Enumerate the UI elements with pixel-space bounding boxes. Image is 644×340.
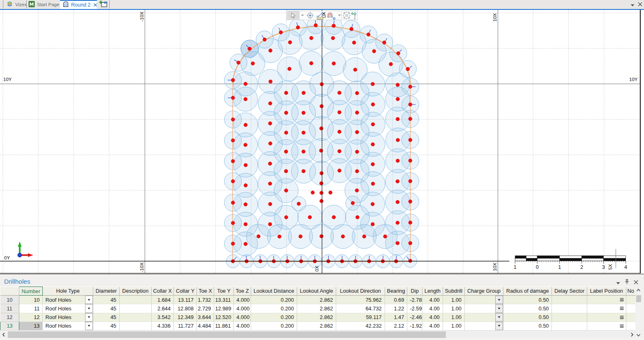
cell-lk_ang[interactable]: 2.862	[297, 321, 336, 330]
cell-descr[interactable]	[119, 304, 151, 313]
label-position-icon[interactable]	[620, 314, 624, 320]
column-header-diameter[interactable]: Diameter	[93, 287, 119, 296]
cell-label_pos[interactable]	[587, 313, 626, 321]
cell-charge[interactable]	[465, 321, 503, 330]
column-header-toe_y[interactable]: Toe Y	[214, 287, 234, 296]
cell-toe_x[interactable]: 4.484	[197, 321, 214, 330]
column-header-length[interactable]: Length	[422, 287, 443, 296]
add-point-button[interactable]	[351, 11, 358, 20]
cell-dip[interactable]: -1.92	[407, 321, 422, 330]
row-header[interactable]: 13	[0, 321, 19, 330]
magnet-snap-button[interactable]	[326, 11, 336, 20]
cell-subdrill[interactable]: 1.00	[443, 321, 464, 330]
cell-toe_y[interactable]: 13.311	[214, 296, 234, 304]
cell-dropdown-icon[interactable]	[495, 322, 503, 330]
select-tool-dropdown[interactable]	[300, 11, 305, 20]
cell-lk_dist[interactable]: 0.200	[251, 304, 297, 313]
cell-collar_y[interactable]: 13.117	[174, 296, 197, 304]
cell-hole_type[interactable]: Roof Holes	[43, 313, 93, 321]
cell-dropdown-icon[interactable]	[85, 296, 93, 304]
cell-dropdown-icon[interactable]	[495, 296, 503, 304]
cell-toe_z[interactable]: 4.000	[234, 304, 251, 313]
cell-dropdown-icon[interactable]	[495, 304, 503, 312]
cell-lk_dist[interactable]: 0.200	[251, 321, 297, 330]
cell-lk_ang[interactable]: 2.862	[297, 313, 336, 321]
cell-collar_x[interactable]: 2.644	[151, 304, 174, 313]
cell-number[interactable]: 10	[19, 296, 43, 304]
cell-charge[interactable]	[465, 304, 503, 313]
column-header-rowhdr[interactable]	[0, 287, 19, 296]
scroll-left-icon[interactable]	[0, 331, 7, 338]
cell-dropdown-icon[interactable]	[85, 322, 93, 330]
column-header-hole_type[interactable]: Hole Type	[43, 287, 93, 296]
cell-charge[interactable]	[465, 296, 503, 304]
cell-lk_dist[interactable]: 0.200	[251, 296, 297, 304]
column-header-lk_ang[interactable]: Lookout Angle	[297, 287, 336, 296]
cell-toe_y[interactable]: 11.861	[214, 321, 234, 330]
cell-subdrill[interactable]: 1.00	[443, 296, 464, 304]
cell-dip[interactable]: -2.59	[407, 304, 422, 313]
cell-label_pos[interactable]	[587, 296, 626, 304]
column-header-collar_y[interactable]: Collar Y	[174, 287, 197, 296]
cell-toe_y[interactable]: 12.520	[214, 313, 234, 321]
snap-origin-button[interactable]	[306, 11, 315, 20]
cell-number[interactable]: 13	[19, 321, 43, 330]
column-header-toe_z[interactable]: Toe Z	[234, 287, 251, 296]
drillholes-table[interactable]: NumberHole TypeDiameterDescriptionCollar…	[0, 287, 635, 330]
cell-descr[interactable]	[119, 321, 151, 330]
hscroll-thumb[interactable]	[8, 331, 446, 338]
column-header-charge[interactable]: Charge Group	[465, 287, 503, 296]
cell-hole_type[interactable]: Roof Holes	[43, 321, 93, 330]
cell-no[interactable]	[626, 313, 635, 321]
cell-radius[interactable]: 0.50	[503, 313, 552, 321]
cell-diameter[interactable]: 45	[93, 313, 119, 321]
column-header-descr[interactable]: Description	[119, 287, 151, 296]
cell-toe_z[interactable]: 4.000	[234, 321, 251, 330]
cell-toe_z[interactable]: 4.000	[234, 313, 251, 321]
cell-collar_x[interactable]: 1.684	[151, 296, 174, 304]
panel-pin-icon[interactable]	[625, 279, 629, 286]
cell-no[interactable]	[626, 304, 635, 313]
cell-length[interactable]: 4.00	[422, 296, 443, 304]
column-header-label_pos[interactable]: Label Position	[587, 287, 626, 296]
cell-diameter[interactable]: 45	[93, 296, 119, 304]
cell-descr[interactable]	[119, 313, 151, 321]
cell-lk_dist[interactable]: 0.200	[251, 313, 297, 321]
column-header-lk_dir[interactable]: Lookout Direction	[336, 287, 385, 296]
panel-chevron-down-icon[interactable]	[616, 279, 620, 286]
cell-length[interactable]: 4.00	[422, 304, 443, 313]
column-header-subdrill[interactable]: Subdrill	[443, 287, 464, 296]
cell-hole_type[interactable]: Roof Holes	[43, 304, 93, 313]
zoom-extents-button[interactable]	[342, 11, 351, 20]
cell-collar_y[interactable]: 12.349	[174, 313, 197, 321]
cell-hole_type[interactable]: Roof Holes	[43, 296, 93, 304]
cell-no[interactable]	[626, 296, 635, 304]
cell-collar_x[interactable]: 4.336	[151, 321, 174, 330]
cell-number[interactable]: 11	[19, 304, 43, 313]
cell-radius[interactable]: 0.50	[503, 304, 552, 313]
table-vertical-scrollbar[interactable]	[635, 287, 642, 338]
cell-bearing[interactable]: 0.69	[385, 296, 407, 304]
column-header-collar_x[interactable]: Collar X	[151, 287, 174, 296]
cell-subdrill[interactable]: 1.00	[443, 304, 464, 313]
cell-lk_dir[interactable]: 75.962	[336, 296, 385, 304]
cell-charge[interactable]	[465, 313, 503, 321]
tab-round-2[interactable]: Round 2	[60, 0, 97, 9]
cell-radius[interactable]: 0.50	[503, 321, 552, 330]
cell-delay[interactable]	[552, 304, 587, 313]
select-tool-button[interactable]	[287, 11, 300, 20]
measure-tool-button[interactable]	[316, 11, 327, 20]
row-header[interactable]: 12	[0, 313, 19, 321]
column-header-radius[interactable]: Radius of damage	[503, 287, 552, 296]
tabbar-close-icon[interactable]	[638, 1, 642, 8]
design-viewport[interactable]: 10123410Y10Y0Y-10X-10X10X10X0X5X	[0, 10, 644, 274]
column-header-dip[interactable]: Dip	[407, 287, 422, 296]
label-position-icon[interactable]	[620, 323, 624, 329]
cell-label_pos[interactable]	[587, 321, 626, 330]
cell-length[interactable]: 4.00	[422, 313, 443, 321]
cell-lk_dir[interactable]: 59.117	[336, 313, 385, 321]
cell-collar_y[interactable]: 11.727	[174, 321, 197, 330]
cell-toe_x[interactable]: 2.729	[197, 304, 214, 313]
cell-radius[interactable]: 0.50	[503, 296, 552, 304]
cell-dropdown-icon[interactable]	[495, 313, 503, 321]
